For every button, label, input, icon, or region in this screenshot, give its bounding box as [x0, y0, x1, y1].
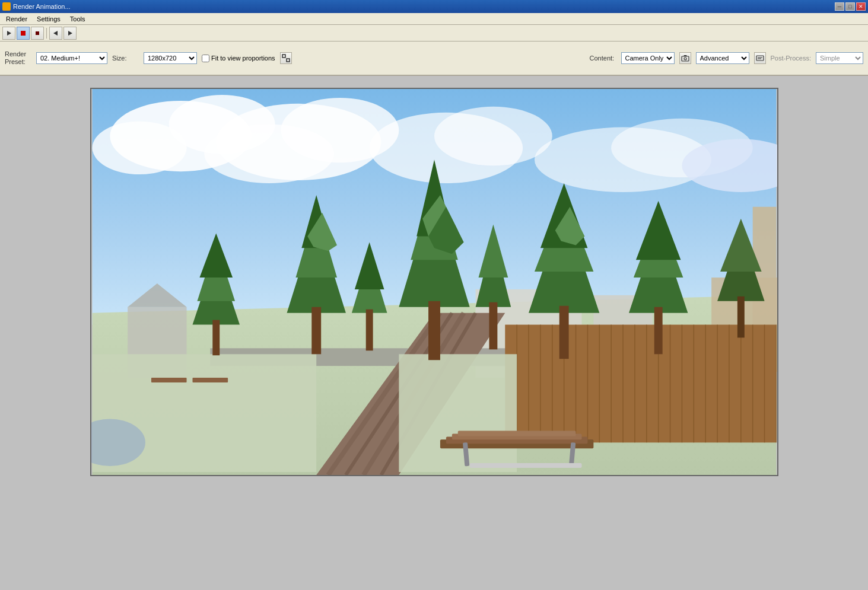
maximize-button[interactable]: □ [845, 2, 855, 11]
render-preset-label: RenderPreset: [5, 50, 31, 66]
render-canvas [90, 88, 778, 476]
render-preset-group: RenderPreset: [5, 50, 31, 66]
title-bar-left: Render Animation... [2, 2, 71, 11]
camera-icon-button[interactable] [679, 52, 691, 64]
next-frame-button[interactable] [63, 27, 77, 40]
close-button[interactable]: ✕ [856, 2, 866, 11]
fit-to-view-input[interactable] [202, 55, 209, 62]
menu-render[interactable]: Render [1, 14, 32, 24]
title-text: Render Animation... [13, 3, 71, 10]
title-buttons: ─ □ ✕ [835, 2, 866, 11]
toolbar-separator [46, 28, 47, 39]
prev-frame-button[interactable] [49, 27, 62, 40]
title-bar: Render Animation... ─ □ ✕ [0, 0, 868, 13]
svg-rect-2 [36, 31, 39, 35]
size-select[interactable]: 1280x720 640x480 1920x1080 3840x2160 [144, 52, 197, 64]
menu-settings[interactable]: Settings [32, 14, 65, 24]
svg-marker-9 [683, 55, 687, 56]
app-icon [2, 2, 11, 11]
scene-svg [91, 89, 777, 475]
svg-marker-0 [7, 31, 11, 36]
options-bar: RenderPreset: 02. Medium+! 01. Draft 03.… [0, 42, 868, 76]
svg-marker-3 [53, 31, 58, 36]
quality-select[interactable]: Advanced Draft Standard [696, 52, 749, 64]
main-content [0, 76, 868, 590]
svg-rect-6 [287, 59, 290, 62]
size-label: Size: [112, 55, 139, 62]
fit-to-view-label: Fit to view proportions [211, 55, 275, 62]
svg-marker-4 [68, 31, 72, 36]
fit-icon-button[interactable] [280, 52, 292, 64]
svg-rect-5 [282, 55, 285, 58]
stop-button[interactable] [31, 27, 44, 40]
post-process-select[interactable]: Simple None Full [816, 52, 863, 64]
play-button[interactable] [2, 27, 15, 40]
quality-icon-button[interactable] [754, 52, 766, 64]
post-process-label: Post-Process: [771, 55, 811, 62]
fit-to-view-checkbox[interactable]: Fit to view proportions [202, 55, 275, 62]
svg-point-8 [684, 58, 686, 60]
svg-rect-1 [21, 31, 26, 36]
svg-rect-10 [756, 56, 764, 60]
toolbar [0, 25, 868, 42]
svg-rect-7 [682, 56, 689, 61]
menu-bar: Render Settings Tools [0, 13, 868, 25]
minimize-button[interactable]: ─ [835, 2, 844, 11]
menu-tools[interactable]: Tools [65, 14, 90, 24]
render-preset-select[interactable]: 02. Medium+! 01. Draft 03. High [36, 52, 107, 64]
content-label: Content: [590, 55, 616, 62]
content-select[interactable]: Camera Only All Views Current View [621, 52, 675, 64]
record-button[interactable] [17, 27, 30, 40]
render-area [0, 76, 868, 590]
